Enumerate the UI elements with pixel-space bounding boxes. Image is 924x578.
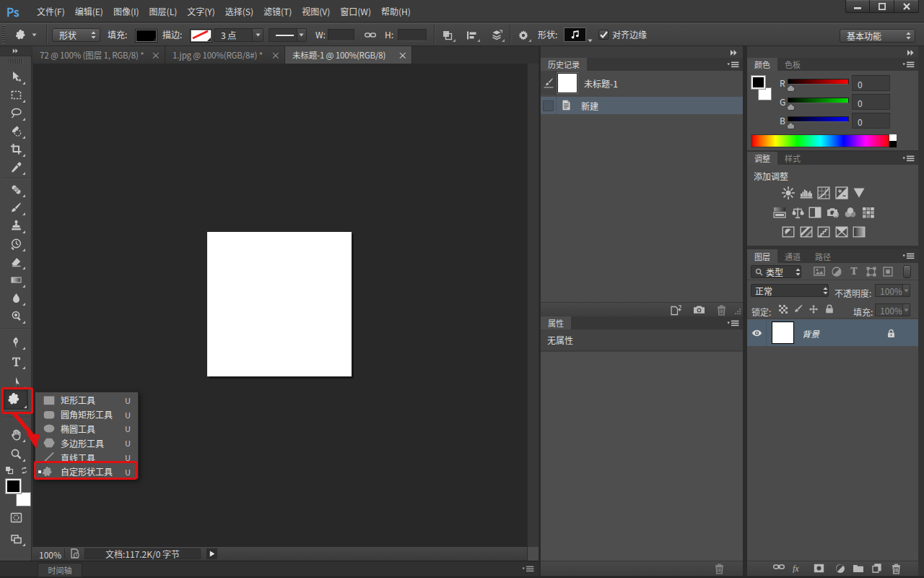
type-tool[interactable] xyxy=(6,353,26,370)
spectrum-white-swatch[interactable] xyxy=(889,134,897,141)
tool-mode-select[interactable]: 形状 xyxy=(52,28,100,42)
vertical-scrollbar[interactable] xyxy=(527,64,539,547)
shape-settings-button[interactable] xyxy=(514,28,532,42)
menu-type[interactable]: 文字(Y) xyxy=(187,5,214,17)
tab-swatches[interactable]: 色板 xyxy=(777,58,808,71)
spot-healing-brush-tool[interactable] xyxy=(6,181,26,198)
background-color-well[interactable] xyxy=(16,492,31,506)
tab-timeline[interactable]: 时间轴 xyxy=(38,563,82,577)
trash-icon[interactable] xyxy=(717,305,726,316)
channel-value-field[interactable]: 0 xyxy=(852,94,890,110)
opacity-value-select[interactable]: 100% xyxy=(875,284,910,297)
stroke-swatch[interactable] xyxy=(191,30,212,42)
slider-handle-icon[interactable] xyxy=(786,122,796,129)
swap-colors-button[interactable] xyxy=(17,465,30,475)
threshold-icon[interactable] xyxy=(817,225,830,238)
minimize-button[interactable] xyxy=(845,0,870,13)
curves-icon[interactable] xyxy=(817,186,830,199)
layer-group-icon[interactable] xyxy=(853,564,864,573)
tab-paths[interactable]: 路径 xyxy=(808,249,838,263)
clone-stamp-tool[interactable] xyxy=(6,217,26,234)
channel-slider-track[interactable] xyxy=(788,98,849,103)
link-layers-icon[interactable] xyxy=(773,564,785,570)
document-tab[interactable]: 72 @ 100% (图层 1, RGB/8) * × xyxy=(32,46,165,64)
tab-close-button[interactable]: × xyxy=(393,51,407,59)
brightness-contrast-icon[interactable] xyxy=(782,186,795,199)
slider-handle-icon[interactable] xyxy=(786,85,796,92)
shape-width-input[interactable] xyxy=(328,29,354,41)
collapse-panels-icon[interactable] xyxy=(907,50,914,56)
hue-saturation-icon[interactable] xyxy=(773,206,786,219)
adjustment-layer-filter-icon[interactable] xyxy=(832,267,842,277)
panel-menu-icon[interactable] xyxy=(902,155,915,162)
foreground-color-swatch[interactable] xyxy=(751,75,766,90)
selective-color-icon[interactable] xyxy=(835,225,848,238)
channel-value-field[interactable]: 0 xyxy=(852,75,890,91)
foreground-color-well[interactable] xyxy=(5,478,22,494)
panel-menu-icon[interactable] xyxy=(522,566,534,572)
invert-icon[interactable] xyxy=(782,225,795,238)
vibrance-icon[interactable] xyxy=(853,186,866,199)
pen-tool[interactable] xyxy=(6,334,26,350)
panel-menu-icon[interactable] xyxy=(727,61,739,68)
lock-paint-icon[interactable] xyxy=(793,304,803,314)
document-tab[interactable]: 未标题-1 @ 100%(RGB/8) × xyxy=(285,46,412,64)
dropdown-segment[interactable] xyxy=(902,304,910,316)
flyout-item-矩形工具[interactable]: 矩形工具 U xyxy=(35,393,138,407)
flyout-item-圆角矩形工具[interactable]: 圆角矩形工具 U xyxy=(35,407,138,422)
camera-icon[interactable] xyxy=(693,305,705,314)
layer-thumbnail[interactable] xyxy=(772,322,794,344)
stroke-width-select[interactable]: 3 点 xyxy=(214,28,263,42)
menu-window[interactable]: 窗口(W) xyxy=(340,5,371,17)
slider-handle-icon[interactable] xyxy=(786,103,796,111)
lock-transparent-icon[interactable] xyxy=(778,304,788,314)
tab-properties[interactable]: 属性 xyxy=(541,316,571,329)
menu-view[interactable]: 视图(V) xyxy=(302,5,330,17)
eyedropper-tool[interactable] xyxy=(6,159,26,176)
shape-layer-filter-icon[interactable] xyxy=(866,267,876,277)
new-document-from-state-icon[interactable] xyxy=(670,305,682,316)
collapse-panels-icon[interactable] xyxy=(730,50,737,56)
maximize-button[interactable] xyxy=(870,0,894,13)
levels-icon[interactable] xyxy=(800,186,813,199)
toolbar-collapse[interactable] xyxy=(0,46,32,56)
dropdown-segment[interactable] xyxy=(902,285,910,296)
tool-preset-picker[interactable] xyxy=(16,28,37,41)
align-edges-checkbox[interactable] xyxy=(598,30,609,40)
document-info-field[interactable]: 文档:117.2K/0 字节 xyxy=(84,548,201,559)
gradient-map-icon[interactable] xyxy=(853,225,866,238)
menu-edit[interactable]: 编辑(E) xyxy=(75,5,103,17)
adjustment-layer-icon[interactable] xyxy=(835,564,845,574)
panel-menu-icon[interactable] xyxy=(902,61,915,68)
channel-mixer-icon[interactable] xyxy=(844,206,857,219)
options-bar-grip[interactable] xyxy=(1,25,5,43)
menu-image[interactable]: 图像(I) xyxy=(113,5,139,17)
history-state-row[interactable]: 新建 xyxy=(541,97,743,114)
document-tab[interactable]: 1.jpg @ 100%(RGB/8#) * × xyxy=(165,46,285,64)
photo-filter-icon[interactable] xyxy=(827,206,840,219)
gradient-tool[interactable] xyxy=(6,272,26,288)
path-arrange-button[interactable] xyxy=(487,28,505,42)
tab-close-button[interactable]: × xyxy=(147,51,160,59)
path-alignment-button[interactable] xyxy=(463,28,481,42)
layer-effects-icon[interactable]: fx xyxy=(793,564,803,573)
resize-grip-icon[interactable] xyxy=(733,307,742,316)
screen-mode-button[interactable] xyxy=(6,530,26,547)
smart-object-filter-icon[interactable] xyxy=(883,267,893,277)
zoom-level[interactable]: 100% xyxy=(39,548,61,561)
posterize-icon[interactable] xyxy=(800,225,813,238)
menu-select[interactable]: 选择(S) xyxy=(225,5,253,17)
flyout-item-椭圆工具[interactable]: 椭圆工具 U xyxy=(35,422,138,436)
tab-color[interactable]: 颜色 xyxy=(747,58,777,71)
black-white-icon[interactable] xyxy=(808,206,821,219)
toolbar-grip[interactable] xyxy=(9,59,23,64)
layer-row[interactable]: 背景 xyxy=(747,319,918,346)
document-canvas[interactable] xyxy=(207,232,352,376)
workspace-switcher[interactable]: 基本功能 xyxy=(840,29,915,43)
tab-history[interactable]: 历史记录 xyxy=(541,58,587,71)
tab-adjustments[interactable]: 调整 xyxy=(747,152,777,165)
quick-selection-tool[interactable] xyxy=(6,123,26,139)
panel-menu-icon[interactable] xyxy=(902,253,915,259)
brush-tool[interactable] xyxy=(6,199,26,216)
tab-close-button[interactable]: × xyxy=(266,51,280,59)
